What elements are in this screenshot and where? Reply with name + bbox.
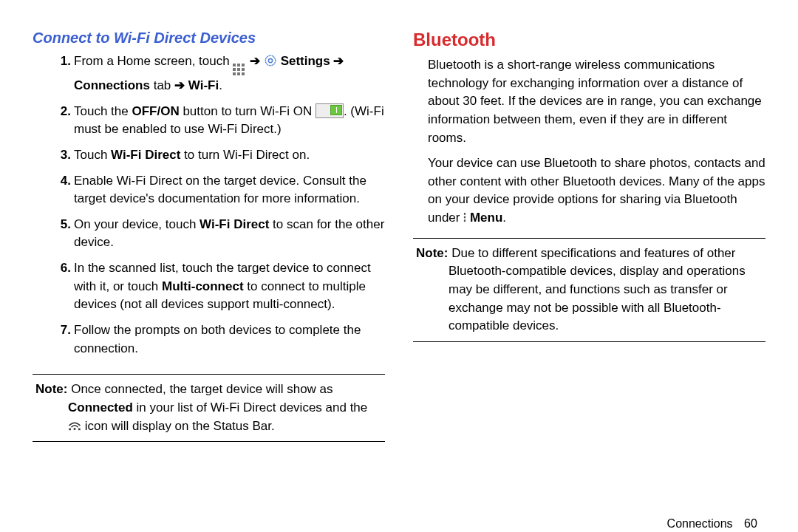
step6-multiconnect-label: Multi-connect <box>162 279 244 293</box>
svg-point-1 <box>268 58 272 62</box>
step-3: Touch Wi-Fi Direct to turn Wi-Fi Direct … <box>74 146 385 165</box>
step1-tab-word: tab <box>150 78 174 92</box>
arrow-icon: ➔ <box>250 54 260 68</box>
note-text-a: Once connected, the target device will s… <box>67 382 332 396</box>
step2-text-a: Touch the <box>74 104 132 118</box>
step7-text: Follow the prompts on both devices to co… <box>74 323 361 355</box>
right-note-text: Due to different specifications and feat… <box>448 246 745 333</box>
arrow-icon: ➔ <box>333 54 344 68</box>
step-5: On your device, touch Wi-Fi Direct to sc… <box>74 216 385 252</box>
svg-point-0 <box>265 55 276 66</box>
bt-p2-menu-label: Menu <box>466 211 502 225</box>
footer-section-name: Connections <box>667 517 733 530</box>
step-6: In the scanned list, touch the target de… <box>74 259 385 314</box>
bluetooth-paragraph-1: Bluetooth is a short-range wireless comm… <box>413 56 765 147</box>
step3-text-a: Touch <box>74 148 111 162</box>
bluetooth-paragraph-2: Your device can use Bluetooth to share p… <box>413 154 765 228</box>
left-column: Connect to Wi-Fi Direct Devices From a H… <box>33 30 385 502</box>
step2-offon-label: OFF/ON <box>132 104 179 118</box>
step3-text-b: to turn Wi-Fi Direct on. <box>180 148 310 162</box>
left-note-body: Note: Once connected, the target device … <box>35 381 382 435</box>
footer-page-number: 60 <box>736 517 765 531</box>
svg-point-2 <box>74 428 76 430</box>
right-note-body: Note: Due to different specifications an… <box>416 245 763 335</box>
note-label: Note: <box>35 382 67 396</box>
heading-bluetooth: Bluetooth <box>413 30 765 50</box>
steps-list: From a Home screen, touch ➔ Settings ➔ C… <box>33 52 385 365</box>
step3-wifidirect-label: Wi-Fi Direct <box>111 148 180 162</box>
step-2: Touch the OFF/ON button to turn Wi-Fi ON… <box>74 103 385 139</box>
switch-on-icon <box>316 103 344 118</box>
step5-wifidirect-label: Wi-Fi Direct <box>200 217 269 231</box>
step-4: Enable Wi-Fi Direct on the target device… <box>74 172 385 208</box>
page-body: Connect to Wi-Fi Direct Devices From a H… <box>0 0 798 517</box>
step1-settings-label: Settings <box>281 54 334 68</box>
step1-wifi-label: Wi-Fi <box>185 78 219 92</box>
note-label: Note: <box>416 246 448 260</box>
note-text-b: in your list of Wi-Fi Direct devices and… <box>133 400 367 415</box>
note-connected-label: Connected <box>68 400 133 415</box>
step-1: From a Home screen, touch ➔ Settings ➔ C… <box>74 52 385 95</box>
step1-text-a: From a Home screen, touch <box>74 54 233 68</box>
left-note-block: Note: Once connected, the target device … <box>33 374 385 442</box>
period: . <box>219 78 222 92</box>
step1-connections-label: Connections <box>74 78 150 92</box>
step2-text-b: button to turn Wi-Fi ON <box>180 104 316 118</box>
wifi-direct-status-icon <box>68 420 81 432</box>
step4-text: Enable Wi-Fi Direct on the target device… <box>74 174 366 206</box>
period: . <box>502 211 506 225</box>
settings-gear-icon <box>264 54 277 67</box>
apps-grid-icon <box>233 64 246 77</box>
step5-text-a: On your device, touch <box>74 217 200 231</box>
page-footer: Connections 60 <box>0 517 798 532</box>
heading-connect-wifi-direct: Connect to Wi-Fi Direct Devices <box>33 30 385 47</box>
right-column: Bluetooth Bluetooth is a short-range wir… <box>413 30 765 502</box>
right-note-block: Note: Due to different specifications an… <box>413 238 765 342</box>
arrow-icon: ➔ <box>174 78 185 92</box>
note-text-c: icon will display on the Status Bar. <box>85 419 275 433</box>
step-7: Follow the prompts on both devices to co… <box>74 321 385 358</box>
